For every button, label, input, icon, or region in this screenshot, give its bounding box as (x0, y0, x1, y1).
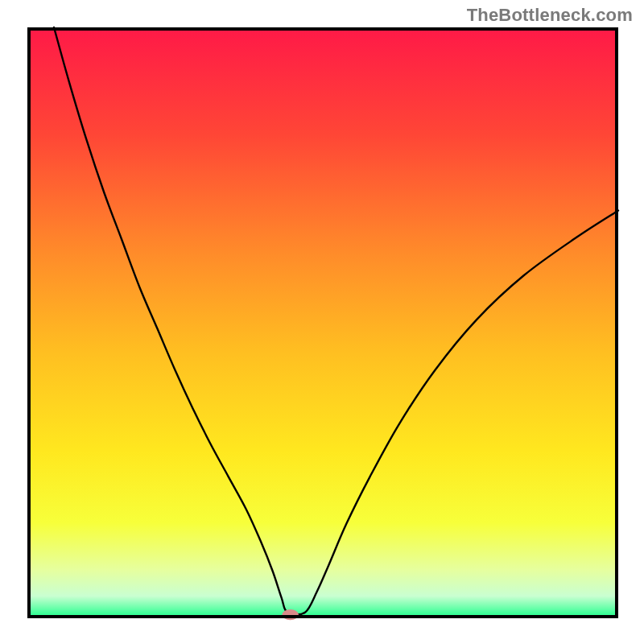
chart-container: { "attribution": "TheBottleneck.com", "c… (0, 0, 644, 644)
attribution-text: TheBottleneck.com (467, 5, 633, 26)
bottleneck-chart (0, 0, 644, 644)
plot-background (29, 29, 617, 617)
minimum-marker (282, 609, 299, 620)
